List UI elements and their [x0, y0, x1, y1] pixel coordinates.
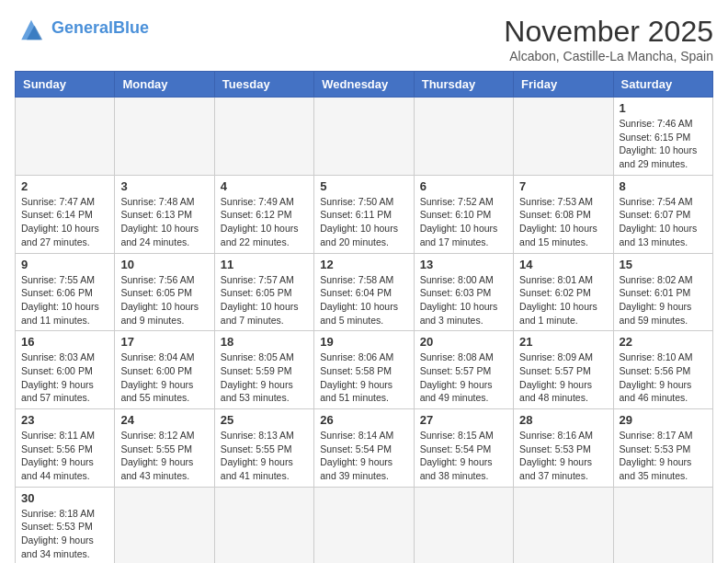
- calendar-cell: [16, 98, 115, 176]
- calendar-week-5: 23Sunrise: 8:11 AM Sunset: 5:56 PM Dayli…: [16, 409, 713, 488]
- calendar-cell: 18Sunrise: 8:05 AM Sunset: 5:59 PM Dayli…: [214, 331, 313, 409]
- logo: GeneralBlue: [15, 15, 149, 42]
- day-info: Sunrise: 8:09 AM Sunset: 5:57 PM Dayligh…: [519, 350, 607, 405]
- day-number: 20: [420, 335, 507, 349]
- day-info: Sunrise: 8:04 AM Sunset: 6:00 PM Dayligh…: [120, 350, 208, 405]
- day-number: 9: [21, 258, 108, 271]
- day-number: 10: [120, 258, 208, 271]
- day-number: 27: [420, 413, 507, 427]
- day-number: 17: [120, 335, 208, 349]
- calendar-cell: [613, 487, 712, 563]
- logo-text: GeneralBlue: [51, 19, 149, 38]
- day-info: Sunrise: 8:17 AM Sunset: 5:53 PM Dayligh…: [620, 429, 707, 483]
- day-number: 8: [620, 179, 707, 193]
- day-number: 2: [21, 179, 108, 193]
- day-info: Sunrise: 8:18 AM Sunset: 5:53 PM Dayligh…: [21, 507, 108, 561]
- calendar: SundayMondayTuesdayWednesdayThursdayFrid…: [15, 71, 713, 563]
- calendar-cell: [314, 98, 414, 176]
- day-info: Sunrise: 7:49 AM Sunset: 6:12 PM Dayligh…: [221, 195, 308, 249]
- month-title: November 2025: [504, 15, 713, 49]
- calendar-cell: 23Sunrise: 8:11 AM Sunset: 5:56 PM Dayli…: [16, 409, 115, 488]
- day-number: 11: [221, 258, 308, 271]
- calendar-cell: 26Sunrise: 8:14 AM Sunset: 5:54 PM Dayli…: [314, 409, 414, 488]
- day-number: 24: [120, 413, 208, 427]
- calendar-cell: 19Sunrise: 8:06 AM Sunset: 5:58 PM Dayli…: [314, 331, 414, 409]
- day-info: Sunrise: 8:01 AM Sunset: 6:02 PM Dayligh…: [519, 273, 607, 327]
- calendar-cell: [214, 487, 313, 563]
- weekday-header-monday: Monday: [115, 72, 214, 98]
- calendar-cell: 28Sunrise: 8:16 AM Sunset: 5:53 PM Dayli…: [514, 409, 613, 488]
- day-number: 4: [221, 179, 308, 193]
- day-number: 19: [320, 335, 407, 349]
- calendar-cell: 1Sunrise: 7:46 AM Sunset: 6:15 PM Daylig…: [613, 98, 712, 176]
- day-number: 29: [620, 413, 707, 427]
- calendar-cell: 16Sunrise: 8:03 AM Sunset: 6:00 PM Dayli…: [16, 331, 115, 409]
- day-number: 3: [120, 179, 208, 193]
- day-info: Sunrise: 8:06 AM Sunset: 5:58 PM Dayligh…: [320, 350, 407, 405]
- calendar-cell: 27Sunrise: 8:15 AM Sunset: 5:54 PM Dayli…: [414, 409, 513, 488]
- day-info: Sunrise: 8:13 AM Sunset: 5:55 PM Dayligh…: [221, 429, 308, 483]
- day-info: Sunrise: 7:55 AM Sunset: 6:06 PM Dayligh…: [21, 273, 108, 327]
- calendar-cell: [514, 487, 613, 563]
- calendar-cell: [115, 98, 214, 176]
- title-section: November 2025 Alcabon, Castille-La Manch…: [504, 15, 713, 63]
- calendar-cell: 21Sunrise: 8:09 AM Sunset: 5:57 PM Dayli…: [514, 331, 613, 409]
- day-number: 16: [21, 335, 108, 349]
- day-number: 18: [221, 335, 308, 349]
- day-number: 1: [620, 101, 707, 115]
- calendar-cell: 9Sunrise: 7:55 AM Sunset: 6:06 PM Daylig…: [16, 253, 115, 331]
- calendar-cell: 10Sunrise: 7:56 AM Sunset: 6:05 PM Dayli…: [115, 253, 214, 331]
- weekday-header-thursday: Thursday: [414, 72, 513, 98]
- weekday-header-friday: Friday: [514, 72, 613, 98]
- weekday-header-sunday: Sunday: [16, 72, 115, 98]
- header: GeneralBlue November 2025 Alcabon, Casti…: [15, 15, 713, 63]
- day-info: Sunrise: 7:54 AM Sunset: 6:07 PM Dayligh…: [620, 195, 707, 249]
- day-number: 25: [221, 413, 308, 427]
- calendar-cell: 7Sunrise: 7:53 AM Sunset: 6:08 PM Daylig…: [514, 175, 613, 253]
- day-number: 12: [320, 258, 407, 271]
- day-info: Sunrise: 8:12 AM Sunset: 5:55 PM Dayligh…: [120, 429, 208, 483]
- day-number: 7: [519, 179, 607, 193]
- day-info: Sunrise: 7:58 AM Sunset: 6:04 PM Dayligh…: [320, 273, 407, 327]
- calendar-cell: 17Sunrise: 8:04 AM Sunset: 6:00 PM Dayli…: [115, 331, 214, 409]
- calendar-cell: 24Sunrise: 8:12 AM Sunset: 5:55 PM Dayli…: [115, 409, 214, 488]
- weekday-header-saturday: Saturday: [613, 72, 712, 98]
- day-number: 30: [21, 491, 108, 505]
- day-info: Sunrise: 8:15 AM Sunset: 5:54 PM Dayligh…: [420, 429, 507, 483]
- calendar-cell: 6Sunrise: 7:52 AM Sunset: 6:10 PM Daylig…: [414, 175, 513, 253]
- calendar-week-6: 30Sunrise: 8:18 AM Sunset: 5:53 PM Dayli…: [16, 487, 713, 563]
- day-number: 13: [420, 258, 507, 271]
- calendar-cell: 20Sunrise: 8:08 AM Sunset: 5:57 PM Dayli…: [414, 331, 513, 409]
- calendar-cell: [314, 487, 414, 563]
- day-info: Sunrise: 7:57 AM Sunset: 6:05 PM Dayligh…: [221, 273, 308, 327]
- calendar-cell: [414, 98, 513, 176]
- day-number: 5: [320, 179, 407, 193]
- day-info: Sunrise: 7:56 AM Sunset: 6:05 PM Dayligh…: [120, 273, 208, 327]
- calendar-cell: 22Sunrise: 8:10 AM Sunset: 5:56 PM Dayli…: [613, 331, 712, 409]
- day-info: Sunrise: 7:47 AM Sunset: 6:14 PM Dayligh…: [21, 195, 108, 249]
- day-number: 15: [620, 258, 707, 271]
- calendar-cell: 30Sunrise: 8:18 AM Sunset: 5:53 PM Dayli…: [16, 487, 115, 563]
- day-number: 23: [21, 413, 108, 427]
- day-info: Sunrise: 8:11 AM Sunset: 5:56 PM Dayligh…: [21, 429, 108, 483]
- day-number: 6: [420, 179, 507, 193]
- day-info: Sunrise: 7:46 AM Sunset: 6:15 PM Dayligh…: [620, 117, 707, 171]
- calendar-cell: 12Sunrise: 7:58 AM Sunset: 6:04 PM Dayli…: [314, 253, 414, 331]
- day-number: 26: [320, 413, 407, 427]
- logo-icon: [15, 15, 48, 42]
- day-number: 21: [519, 335, 607, 349]
- calendar-week-4: 16Sunrise: 8:03 AM Sunset: 6:00 PM Dayli…: [16, 331, 713, 409]
- calendar-cell: 14Sunrise: 8:01 AM Sunset: 6:02 PM Dayli…: [514, 253, 613, 331]
- day-info: Sunrise: 8:10 AM Sunset: 5:56 PM Dayligh…: [620, 350, 707, 405]
- day-info: Sunrise: 8:16 AM Sunset: 5:53 PM Dayligh…: [519, 429, 607, 483]
- calendar-cell: 25Sunrise: 8:13 AM Sunset: 5:55 PM Dayli…: [214, 409, 313, 488]
- day-info: Sunrise: 7:52 AM Sunset: 6:10 PM Dayligh…: [420, 195, 507, 249]
- weekday-header-row: SundayMondayTuesdayWednesdayThursdayFrid…: [16, 72, 713, 98]
- calendar-cell: 8Sunrise: 7:54 AM Sunset: 6:07 PM Daylig…: [613, 175, 712, 253]
- day-info: Sunrise: 7:53 AM Sunset: 6:08 PM Dayligh…: [519, 195, 607, 249]
- calendar-week-2: 2Sunrise: 7:47 AM Sunset: 6:14 PM Daylig…: [16, 175, 713, 253]
- day-info: Sunrise: 8:00 AM Sunset: 6:03 PM Dayligh…: [420, 273, 507, 327]
- calendar-cell: 4Sunrise: 7:49 AM Sunset: 6:12 PM Daylig…: [214, 175, 313, 253]
- calendar-cell: 11Sunrise: 7:57 AM Sunset: 6:05 PM Dayli…: [214, 253, 313, 331]
- weekday-header-wednesday: Wednesday: [314, 72, 414, 98]
